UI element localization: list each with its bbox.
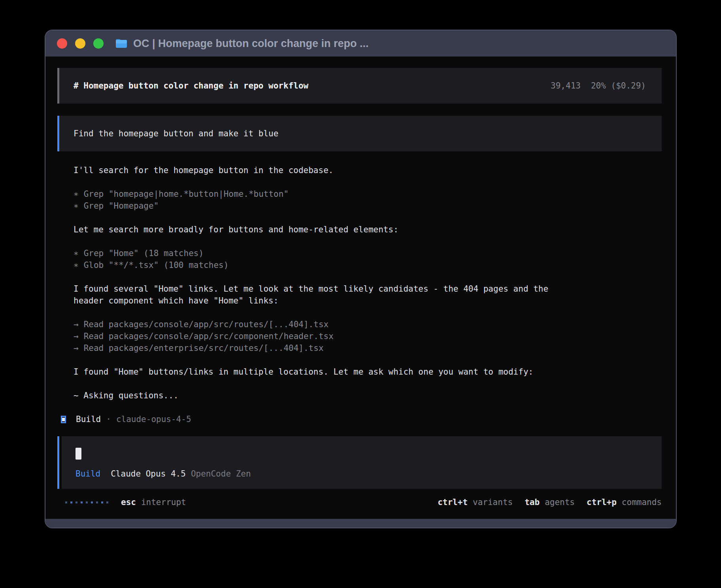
model-selector[interactable]: Claude Opus 4.5 (111, 468, 186, 480)
window-title: OC | Homepage button color change in rep… (133, 38, 369, 50)
message-group: →Read packages/console/app/src/routes/[.… (74, 318, 662, 354)
terminal-content: # Homepage button color change in repo w… (45, 57, 676, 519)
message-group: ~ Asking questions... (74, 390, 662, 401)
conversation-transcript: I'll search for the homepage button in t… (57, 164, 662, 401)
assistant-text-line: Let me search more broadly for buttons a… (74, 224, 662, 236)
spinner-dot (86, 501, 88, 503)
arrow-bullet-icon: → (74, 330, 79, 342)
tool-call-read: →Read packages/enterprise/src/routes/[..… (74, 342, 662, 354)
message-group: I found several "Home" links. Let me loo… (74, 283, 662, 307)
shortcut-commands[interactable]: ctrl+pcommands (587, 496, 662, 508)
message-group: Let me search more broadly for buttons a… (74, 224, 662, 236)
message-group: I'll search for the homepage button in t… (74, 164, 662, 176)
arrow-bullet-icon: → (74, 318, 79, 330)
arrow-bullet-icon: → (74, 342, 79, 354)
asterisk-bullet-icon: ∗ (74, 188, 79, 200)
session-title: # Homepage button color change in repo w… (74, 80, 308, 92)
provider-label: OpenCode Zen (191, 468, 251, 480)
shortcut-label: agents (545, 498, 575, 507)
spinner-dot (91, 501, 93, 503)
prompt-input-inner[interactable]: Build Claude Opus 4.5 OpenCode Zen (62, 436, 662, 489)
close-button[interactable] (57, 38, 67, 49)
spinner-dot (101, 501, 103, 503)
spinner-dot (96, 501, 98, 503)
titlebar[interactable]: OC | Homepage button color change in rep… (45, 30, 676, 57)
tool-call-text: Grep "Home" (18 matches) (84, 249, 204, 258)
message-group: ∗Grep "Home" (18 matches)∗Glob "**/*.tsx… (74, 247, 662, 271)
context-usage: 20% ($0.29) (591, 80, 646, 92)
tool-call-grep: ∗Grep "Home" (18 matches) (74, 247, 662, 259)
assistant-text-line: I'll search for the homepage button in t… (74, 164, 662, 176)
session-header: # Homepage button color change in repo w… (57, 68, 662, 104)
token-count: 39,413 (551, 80, 581, 92)
dot-separator: · (106, 413, 111, 425)
spinner-dot (75, 501, 77, 503)
tool-call-glob: ∗Glob "**/*.tsx" (100 matches) (74, 259, 662, 271)
agent-mode-icon (61, 416, 66, 423)
agent-mode-label: Build (76, 413, 101, 425)
shortcut-agents[interactable]: tabagents (525, 496, 575, 508)
user-message-text: Find the homepage button and make it blu… (74, 128, 278, 139)
minimize-button[interactable] (75, 38, 85, 49)
tool-call-text: Read packages/enterprise/src/routes/[...… (84, 343, 324, 353)
session-stats: 39,413 20% ($0.29) (551, 80, 646, 92)
asterisk-bullet-icon: ∗ (74, 247, 79, 259)
spinner-dot (70, 501, 72, 503)
tool-call-text: Glob "**/*.tsx" (100 matches) (84, 260, 229, 270)
tool-call-read: →Read packages/console/app/src/routes/[.… (74, 318, 662, 330)
shortcut-key: ctrl+p (587, 498, 617, 507)
message-group: I found "Home" buttons/links in multiple… (74, 366, 662, 378)
zoom-button[interactable] (93, 38, 104, 49)
asterisk-bullet-icon: ∗ (74, 259, 79, 271)
tool-call-grep: ∗Grep "Homepage" (74, 200, 662, 212)
asterisk-bullet-icon: ∗ (74, 200, 79, 212)
assistant-text-line: header component which have "Home" links… (74, 295, 662, 307)
terminal-window: OC | Homepage button color change in rep… (45, 30, 677, 528)
agent-status-line: Build · claude-opus-4-5 (57, 413, 662, 425)
model-id-label: claude-opus-4-5 (116, 413, 191, 425)
assistant-activity-line: ~ Asking questions... (74, 390, 662, 401)
window-bottom-edge (45, 519, 676, 528)
shortcut-label: commands (622, 498, 662, 507)
folder-icon (115, 38, 128, 49)
tool-call-text: Grep "Homepage" (84, 201, 159, 211)
spinner-dot (65, 501, 67, 503)
shortcut-key: ctrl+t (438, 498, 468, 507)
keyboard-shortcuts: ctrl+tvariantstabagentsctrl+pcommands (438, 496, 662, 508)
spinner-dots (65, 501, 108, 503)
spinner-dot (106, 501, 108, 503)
shortcut-label: variants (473, 498, 513, 507)
spinner-dot (81, 501, 83, 503)
message-group: ∗Grep "homepage|home.*button|Home.*butto… (74, 188, 662, 212)
input-meta-row: Build Claude Opus 4.5 OpenCode Zen (75, 468, 654, 480)
tool-call-text: Read packages/console/app/src/routes/[..… (84, 320, 329, 329)
text-cursor (75, 448, 81, 460)
tool-call-read: →Read packages/console/app/src/component… (74, 330, 662, 342)
agent-selector[interactable]: Build (75, 468, 100, 480)
traffic-lights (57, 38, 104, 49)
assistant-text-line: I found "Home" buttons/links in multiple… (74, 366, 662, 378)
shortcut-variants[interactable]: ctrl+tvariants (438, 496, 513, 508)
tool-call-text: Read packages/console/app/src/component/… (84, 332, 334, 341)
user-message: Find the homepage button and make it blu… (57, 116, 662, 151)
esc-key-label: interrupt (141, 496, 186, 508)
tool-call-text: Grep "homepage|home.*button|Home.*button… (84, 189, 289, 199)
assistant-text-line: I found several "Home" links. Let me loo… (74, 283, 662, 295)
esc-key-hint[interactable]: esc (121, 496, 136, 508)
status-bar: esc interrupt ctrl+tvariantstabagentsctr… (57, 496, 662, 508)
shortcut-key: tab (525, 498, 540, 507)
prompt-input[interactable]: Build Claude Opus 4.5 OpenCode Zen (57, 436, 662, 489)
tool-call-grep: ∗Grep "homepage|home.*button|Home.*butto… (74, 188, 662, 200)
